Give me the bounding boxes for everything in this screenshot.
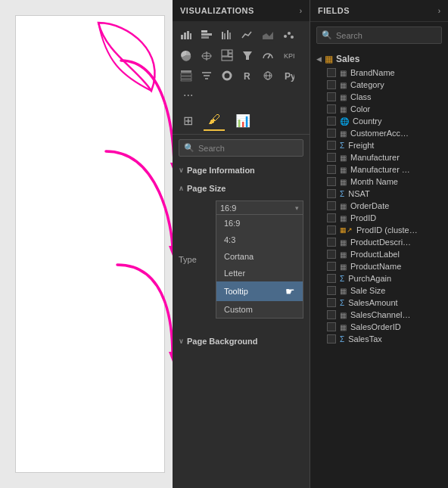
viz-tab-analytics[interactable]: 📊 xyxy=(231,110,255,131)
tree-item-prodid[interactable]: ▦ ProdID xyxy=(310,212,448,224)
tree-item-country[interactable]: 🌐 Country xyxy=(310,115,448,127)
freight-checkbox[interactable] xyxy=(327,141,336,150)
tree-item-productdescri[interactable]: ▦ ProductDescri… xyxy=(310,236,448,248)
clustered-bar-icon[interactable] xyxy=(218,26,236,44)
manufacturer-checkbox[interactable] xyxy=(327,153,336,162)
tree-item-productlabel[interactable]: ▦ ProductLabel xyxy=(310,248,448,260)
salestax-checkbox[interactable] xyxy=(327,334,336,343)
salesize-checkbox[interactable] xyxy=(327,286,336,295)
tree-item-salestax[interactable]: Σ SalesTax xyxy=(310,333,448,345)
tree-item-purchagain[interactable]: Σ PurchAgain xyxy=(310,272,448,284)
productdescri-checkbox[interactable] xyxy=(327,238,336,247)
tree-item-monthname[interactable]: ▦ Month Name xyxy=(310,176,448,188)
fields-tree: ◀ ▦ Sales ▦ BrandName ▦ Category ▦ Class… xyxy=(310,48,448,488)
tree-item-manufacturer[interactable]: ▦ Manufacturer xyxy=(310,151,448,163)
page-size-section-header[interactable]: ∧ Page Size xyxy=(173,179,310,197)
tree-item-nsat[interactable]: Σ NSAT xyxy=(310,188,448,200)
tree-item-salesorderid[interactable]: ▦ SalesOrderID xyxy=(310,321,448,333)
viz-search-input[interactable] xyxy=(198,144,298,153)
purchagain-checkbox[interactable] xyxy=(327,274,336,283)
monthname-checkbox[interactable] xyxy=(327,177,336,186)
option-16-9[interactable]: 16:9 xyxy=(216,215,303,232)
scatter-chart-icon[interactable] xyxy=(279,26,297,44)
tree-item-saleschannel[interactable]: ▦ SalesChannel… xyxy=(310,309,448,321)
stacked-bar-icon[interactable] xyxy=(198,26,216,44)
tree-item-freight[interactable]: Σ Freight xyxy=(310,139,448,151)
tree-item-productname[interactable]: ▦ ProductName xyxy=(310,260,448,272)
tree-item-prodid-clustered[interactable]: ▦↗ ProdID (cluste… xyxy=(310,224,448,236)
filter-icon[interactable] xyxy=(198,67,216,85)
type-select-display[interactable]: 16:9 ▾ xyxy=(216,200,303,216)
donut-icon[interactable] xyxy=(218,67,236,85)
kpi-icon[interactable]: KPI xyxy=(279,46,297,64)
tree-item-category[interactable]: ▦ Category xyxy=(310,79,448,91)
fields-search-box[interactable]: 🔍 xyxy=(316,26,442,44)
productname-label: ProductName xyxy=(350,262,401,271)
category-checkbox[interactable] xyxy=(327,80,336,89)
viz-panel-arrow[interactable]: › xyxy=(300,7,302,15)
tree-item-customeracc[interactable]: ▦ CustomerAcc… xyxy=(310,127,448,139)
tree-item-orderdate[interactable]: ▦ OrderDate xyxy=(310,200,448,212)
salestax-sigma-icon: Σ xyxy=(340,335,344,343)
tree-group-sales[interactable]: ◀ ▦ Sales xyxy=(310,51,448,67)
tree-item-brandname[interactable]: ▦ BrandName xyxy=(310,67,448,79)
python-icon[interactable]: Py xyxy=(279,67,297,85)
bar-chart-icon[interactable] xyxy=(177,26,195,44)
sales-group-table-icon: ▦ xyxy=(325,54,333,64)
fields-panel-arrow[interactable]: › xyxy=(438,7,440,15)
prodid-field-icon: ▦ xyxy=(340,214,347,222)
treemap-icon[interactable] xyxy=(218,46,236,64)
svg-rect-20 xyxy=(229,50,232,53)
productname-checkbox[interactable] xyxy=(327,262,336,271)
saleschannel-checkbox[interactable] xyxy=(327,310,336,319)
manufacturer2-checkbox[interactable] xyxy=(327,165,336,174)
viz-tab-format[interactable]: 🖌 xyxy=(204,110,225,131)
prodid-checkbox[interactable] xyxy=(327,213,336,222)
option-cortana[interactable]: Cortana xyxy=(216,248,303,265)
gauge-icon[interactable] xyxy=(259,46,277,64)
option-4-3[interactable]: 4:3 xyxy=(216,232,303,248)
tree-item-salesize[interactable]: ▦ Sale Size xyxy=(310,284,448,297)
tree-item-class[interactable]: ▦ Class xyxy=(310,91,448,103)
class-checkbox[interactable] xyxy=(327,92,336,101)
tree-item-color[interactable]: ▦ Color xyxy=(310,103,448,115)
productlabel-checkbox[interactable] xyxy=(327,250,336,259)
viz-tab-build[interactable]: ⊞ xyxy=(179,110,198,131)
orderdate-checkbox[interactable] xyxy=(327,201,336,210)
prodid-clustered-checkbox[interactable] xyxy=(327,225,336,235)
area-chart-icon[interactable] xyxy=(259,26,277,44)
country-checkbox[interactable] xyxy=(327,117,336,126)
customeracc-label: CustomerAcc… xyxy=(350,129,409,138)
option-letter[interactable]: Letter xyxy=(216,265,303,281)
salesorderid-checkbox[interactable] xyxy=(327,322,336,331)
type-dropdown-menu[interactable]: 16:9 4:3 Cortana Letter Tooltip ☛ Custom xyxy=(216,214,303,319)
nsat-checkbox[interactable] xyxy=(327,189,336,198)
tree-item-salesamount[interactable]: Σ SalesAmount xyxy=(310,297,448,309)
tree-item-manufacturer2[interactable]: ▦ Manufacturer … xyxy=(310,163,448,176)
svg-rect-9 xyxy=(201,30,207,33)
salesamount-checkbox[interactable] xyxy=(327,298,336,307)
color-checkbox[interactable] xyxy=(327,104,336,113)
customeracc-checkbox[interactable] xyxy=(327,129,336,138)
option-tooltip[interactable]: Tooltip ☛ xyxy=(216,281,303,301)
canvas-white-area xyxy=(15,15,165,473)
type-select-wrapper[interactable]: 16:9 ▾ 16:9 4:3 Cortana Letter Tooltip ☛… xyxy=(216,200,303,319)
viz-search-box[interactable]: 🔍 xyxy=(179,139,303,157)
orderdate-field-icon: ▦ xyxy=(340,202,347,210)
map-icon[interactable] xyxy=(198,46,216,64)
fields-search-input[interactable] xyxy=(336,31,437,40)
viz-icons-row-1 xyxy=(177,26,305,44)
funnel-icon[interactable] xyxy=(238,46,257,64)
viz-more-button[interactable]: ··· xyxy=(177,87,199,104)
line-chart-icon[interactable] xyxy=(238,26,257,44)
option-custom[interactable]: Custom xyxy=(216,301,303,318)
table-viz-icon[interactable] xyxy=(177,67,195,85)
salesamount-sigma-icon: Σ xyxy=(340,299,344,307)
svg-rect-26 xyxy=(181,70,191,73)
globe-visual-icon[interactable] xyxy=(259,67,277,85)
page-information-section-header[interactable]: ∨ Page Information xyxy=(173,161,310,179)
brandname-checkbox[interactable] xyxy=(327,68,336,77)
r-visual-icon[interactable]: R xyxy=(238,67,257,85)
page-background-section-header[interactable]: ∨ Page Background xyxy=(173,332,310,350)
pie-chart-icon[interactable] xyxy=(177,46,195,64)
